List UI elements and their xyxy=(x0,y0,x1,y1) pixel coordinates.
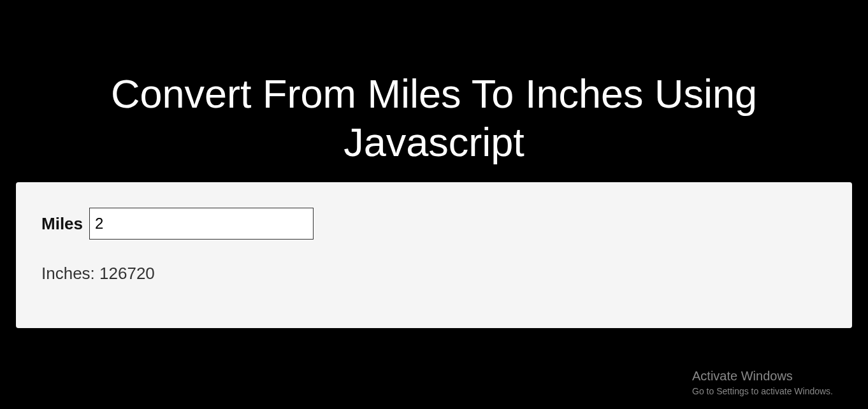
windows-watermark: Activate Windows Go to Settings to activ… xyxy=(692,369,833,396)
watermark-title: Activate Windows xyxy=(692,369,833,384)
miles-label: Miles xyxy=(41,214,83,234)
watermark-subtitle: Go to Settings to activate Windows. xyxy=(692,386,833,396)
inches-label: Inches: xyxy=(41,264,95,283)
converter-panel: Miles Inches: 126720 xyxy=(16,182,852,328)
input-row: Miles xyxy=(41,208,827,240)
page-title: Convert From Miles To Inches Using Javas… xyxy=(0,70,868,166)
output-row: Inches: 126720 xyxy=(41,264,827,283)
miles-input[interactable] xyxy=(89,208,314,240)
inches-value: 126720 xyxy=(99,264,155,283)
